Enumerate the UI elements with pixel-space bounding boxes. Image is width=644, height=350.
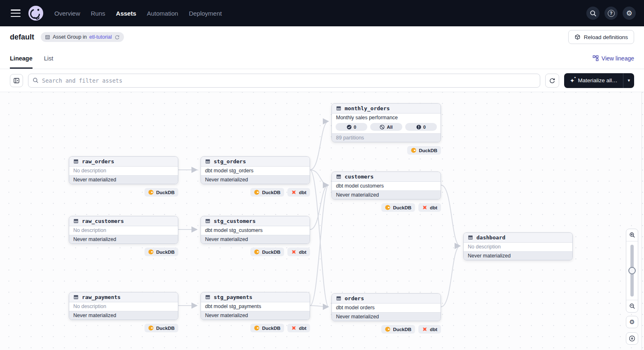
tag-duckdb[interactable]: DuckDB [145,248,178,256]
duckdb-icon [254,249,259,255]
help-icon[interactable]: ? [604,7,618,20]
status-pill-alert-circle[interactable]: 0 [405,123,437,131]
asset-description: dbt model customers [332,182,441,190]
zoom-slider-handle[interactable] [628,267,636,274]
dbt-icon [422,205,427,210]
asset-node-raw_payments[interactable]: raw_paymentsNo descriptionNever material… [69,292,178,320]
asset-tags-monthly_orders: DuckDB [331,146,441,155]
asset-tags-raw_payments: DuckDB [69,324,178,332]
asset-search-box [28,74,540,88]
tabs-row: LineageList View lineage [0,48,644,69]
asset-materialization-status: Never materialized [69,175,178,184]
asset-tags-customers: DuckDBdbt [331,203,441,212]
asset-tags-raw_orders: DuckDB [69,188,178,197]
toggle-sidebar-icon[interactable] [10,74,23,87]
edge-stg_orders-to-monthly_orders [310,121,329,170]
tag-duckdb[interactable]: DuckDB [145,324,178,332]
tag-dbt[interactable]: dbt [287,248,310,256]
asset-name: raw_customers [82,218,124,224]
dbt-icon [291,190,296,195]
dbt-icon [291,249,296,255]
refresh-icon[interactable] [114,35,120,40]
tag-dbt[interactable]: dbt [287,188,310,197]
zoom-out-icon[interactable] [626,300,638,312]
asset-tags-stg_customers: DuckDBdbt [201,248,310,256]
view-lineage-link[interactable]: View lineage [593,55,634,62]
tag-dbt[interactable]: dbt [418,325,441,334]
asset-description: dbt model stg_customers [201,226,310,235]
asset-node-header: raw_orders [69,157,178,167]
tag-duckdb[interactable]: DuckDB [250,248,284,256]
asset-node-raw_customers[interactable]: raw_customersNo descriptionNever materia… [69,216,178,244]
materialize-all-split-button: ✦ Materialize all… ▾ [564,73,634,88]
asset-node-monthly_orders[interactable]: monthly_ordersMonthly sales performance0… [331,103,441,142]
nav-item-assets[interactable]: Assets [116,10,136,17]
tag-duckdb[interactable]: DuckDB [250,188,284,197]
asset-node-header: raw_payments [69,292,178,302]
zoom-in-icon[interactable] [626,229,638,241]
tag-dbt[interactable]: dbt [287,324,310,332]
asset-name: customers [345,174,373,180]
asset-node-header: stg_payments [201,292,310,302]
download-graph-icon[interactable] [626,332,638,345]
asset-node-raw_orders[interactable]: raw_ordersNo descriptionNever materializ… [69,156,178,184]
asset-search-input[interactable] [42,77,536,84]
asset-node-dashboard[interactable]: dashboardNo descriptionNever materialize… [463,232,573,260]
asset-name: raw_payments [82,294,121,300]
tag-duckdb[interactable]: DuckDB [407,146,441,155]
search-icon[interactable] [586,7,600,20]
asset-node-stg_payments[interactable]: stg_paymentsdbt model stg_paymentsNever … [201,292,310,320]
dbt-icon [422,327,427,332]
settings-gear-icon[interactable]: ⚙ [623,7,636,20]
lineage-graph-icon [593,55,599,61]
asset-name: stg_orders [214,158,246,165]
duckdb-icon [148,190,154,195]
lineage-canvas[interactable]: monthly_ordersMonthly sales performance0… [0,92,644,350]
tag-duckdb[interactable]: DuckDB [250,324,284,332]
asset-name: monthly_orders [345,105,390,111]
asset-description: dbt model stg_orders [201,167,310,175]
canvas-right-divider [642,92,642,350]
asset-node-header: stg_orders [201,157,310,167]
search-icon [33,77,39,83]
code-location-icon [574,34,581,40]
duckdb-icon [254,325,259,331]
dagster-logo-icon[interactable] [28,5,44,21]
asset-materialization-status: Never materialized [201,235,310,243]
hamburger-menu-icon[interactable] [11,9,21,17]
sparkle-icon: ✦ [570,77,575,84]
nav-item-automation[interactable]: Automation [147,10,178,17]
tag-duckdb[interactable]: DuckDB [381,325,415,334]
nav-item-runs[interactable]: Runs [91,10,105,17]
refresh-graph-icon[interactable] [545,74,559,88]
table-icon [73,294,79,300]
asset-node-orders[interactable]: ordersdbt model ordersNever materialized [331,293,441,321]
asset-node-stg_orders[interactable]: stg_ordersdbt model stg_ordersNever mate… [201,156,310,184]
tab-list[interactable]: List [44,48,54,69]
tab-lineage[interactable]: Lineage [10,48,33,69]
asset-node-stg_customers[interactable]: stg_customersdbt model stg_customersNeve… [201,216,310,244]
zoom-slider[interactable] [626,241,638,300]
tag-dbt[interactable]: dbt [418,203,441,212]
table-icon [205,159,210,164]
nav-item-deployment[interactable]: Deployment [189,10,222,17]
materialize-dropdown-caret[interactable]: ▾ [623,73,634,88]
asset-node-header: stg_customers [201,216,310,226]
tabs-container: LineageList [10,48,65,69]
materialize-all-button[interactable]: ✦ Materialize all… [564,73,623,88]
status-pill-check-circle[interactable]: 0 [336,123,367,131]
asset-materialization-status: 89 partitions [332,133,441,142]
asset-node-header: raw_customers [69,216,178,226]
code-location-link[interactable]: etl-tutorial [89,34,112,40]
duckdb-icon [385,205,390,210]
duckdb-icon [148,325,154,331]
graph-settings-gear-icon[interactable]: ⚙ [626,316,638,328]
tag-duckdb[interactable]: DuckDB [381,203,415,212]
table-icon [205,294,210,300]
asset-node-customers[interactable]: customersdbt model customersNever materi… [331,172,441,199]
status-pill-slash-circle[interactable]: All [370,123,402,131]
tag-duckdb[interactable]: DuckDB [145,188,178,197]
asset-materialization-status: Never materialized [201,175,310,184]
nav-item-overview[interactable]: Overview [54,10,80,17]
reload-definitions-button[interactable]: Reload definitions [568,30,634,44]
